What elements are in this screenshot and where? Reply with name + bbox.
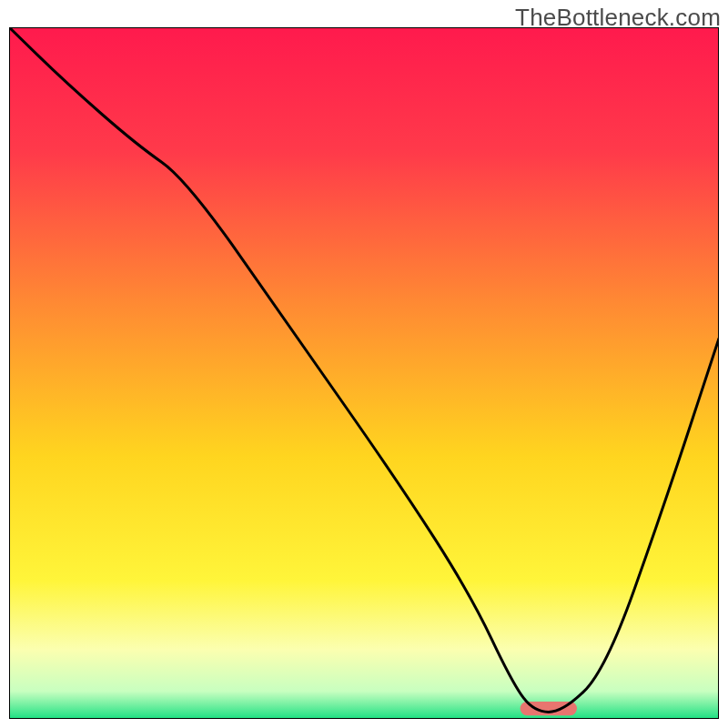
chart-svg xyxy=(9,27,719,719)
chart-container: TheBottleneck.com xyxy=(0,0,728,728)
plot-area xyxy=(9,27,719,719)
gradient-background xyxy=(9,27,719,719)
